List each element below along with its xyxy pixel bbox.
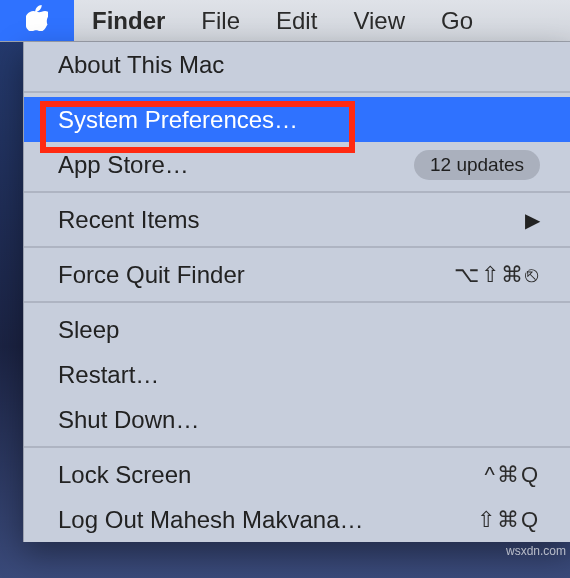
menubar: Finder File Edit View Go: [0, 0, 570, 42]
keyboard-shortcut: ⌥⇧⌘⎋: [454, 262, 540, 288]
menu-item-about[interactable]: About This Mac: [24, 42, 570, 87]
menu-separator: [24, 246, 570, 248]
menu-item-sleep[interactable]: Sleep: [24, 307, 570, 352]
watermark-text: wsxdn.com: [506, 544, 566, 558]
updates-badge: 12 updates: [414, 150, 540, 180]
menubar-item-view[interactable]: View: [335, 0, 423, 41]
apple-menu[interactable]: [0, 0, 74, 41]
menu-item-label: Recent Items: [58, 206, 199, 234]
menu-item-lock-screen[interactable]: Lock Screen ^⌘Q: [24, 452, 570, 497]
menubar-label: Go: [441, 7, 473, 35]
menu-item-recent-items[interactable]: Recent Items ▶: [24, 197, 570, 242]
menubar-item-file[interactable]: File: [183, 0, 258, 41]
menubar-label: View: [353, 7, 405, 35]
keyboard-shortcut: ⇧⌘Q: [477, 507, 540, 533]
menu-item-log-out[interactable]: Log Out Mahesh Makvana… ⇧⌘Q: [24, 497, 570, 542]
menu-item-label: Lock Screen: [58, 461, 191, 489]
menubar-label: Finder: [92, 7, 165, 35]
menu-separator: [24, 446, 570, 448]
menu-separator: [24, 191, 570, 193]
menubar-item-edit[interactable]: Edit: [258, 0, 335, 41]
menu-item-force-quit[interactable]: Force Quit Finder ⌥⇧⌘⎋: [24, 252, 570, 297]
keyboard-shortcut: ^⌘Q: [485, 462, 540, 488]
menu-item-system-preferences[interactable]: System Preferences…: [24, 97, 570, 142]
chevron-right-icon: ▶: [525, 208, 540, 232]
menu-item-app-store[interactable]: App Store… 12 updates: [24, 142, 570, 187]
menubar-item-finder[interactable]: Finder: [74, 0, 183, 41]
menu-item-label: Sleep: [58, 316, 119, 344]
apple-menu-dropdown: About This Mac System Preferences… App S…: [23, 42, 570, 542]
menu-item-label: Force Quit Finder: [58, 261, 245, 289]
menu-item-label: About This Mac: [58, 51, 224, 79]
menu-item-label: App Store…: [58, 151, 189, 179]
menu-item-label: Log Out Mahesh Makvana…: [58, 506, 364, 534]
apple-logo-icon: [26, 5, 48, 37]
menu-separator: [24, 91, 570, 93]
menubar-label: Edit: [276, 7, 317, 35]
menu-item-shut-down[interactable]: Shut Down…: [24, 397, 570, 442]
menu-item-label: Shut Down…: [58, 406, 199, 434]
menu-separator: [24, 301, 570, 303]
menu-item-label: Restart…: [58, 361, 159, 389]
menubar-item-go[interactable]: Go: [423, 0, 491, 41]
menu-item-restart[interactable]: Restart…: [24, 352, 570, 397]
menubar-label: File: [201, 7, 240, 35]
menu-item-label: System Preferences…: [58, 106, 298, 134]
